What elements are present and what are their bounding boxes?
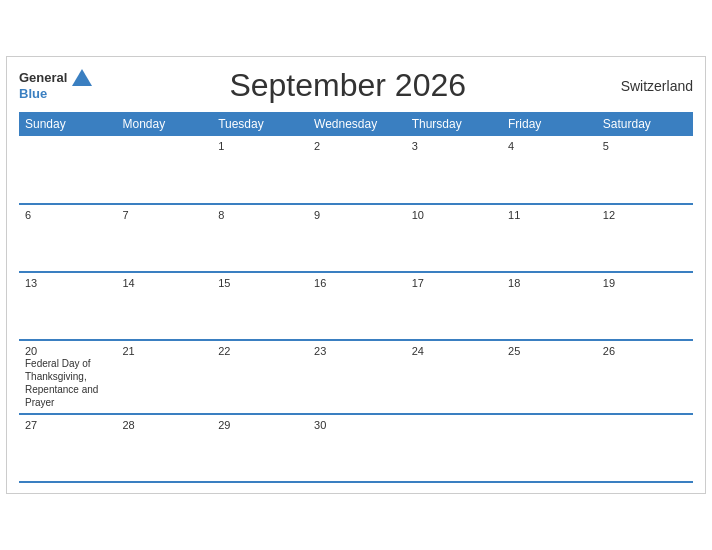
calendar-container: General Blue September 2026 Switzerland … bbox=[6, 56, 706, 494]
calendar-week-row: 13141516171819 bbox=[19, 272, 693, 340]
calendar-day-cell: 18 bbox=[502, 272, 597, 340]
calendar-day-cell: 17 bbox=[406, 272, 502, 340]
weekday-header-thursday: Thursday bbox=[406, 112, 502, 136]
country-label: Switzerland bbox=[603, 78, 693, 94]
day-number: 8 bbox=[218, 209, 302, 221]
weekday-header-monday: Monday bbox=[116, 112, 212, 136]
weekday-header-friday: Friday bbox=[502, 112, 597, 136]
calendar-week-row: 20Federal Day of Thanksgiving, Repentanc… bbox=[19, 340, 693, 414]
calendar-day-cell: 29 bbox=[212, 414, 308, 482]
day-number: 20 bbox=[25, 345, 110, 357]
day-number: 3 bbox=[412, 140, 496, 152]
calendar-day-cell bbox=[597, 414, 693, 482]
calendar-day-cell: 11 bbox=[502, 204, 597, 272]
day-number: 24 bbox=[412, 345, 496, 357]
calendar-week-row: 12345 bbox=[19, 136, 693, 204]
day-number: 28 bbox=[122, 419, 206, 431]
day-number: 12 bbox=[603, 209, 687, 221]
calendar-day-cell: 14 bbox=[116, 272, 212, 340]
day-number: 4 bbox=[508, 140, 591, 152]
day-number: 2 bbox=[314, 140, 400, 152]
calendar-header: General Blue September 2026 Switzerland bbox=[19, 67, 693, 104]
day-number: 17 bbox=[412, 277, 496, 289]
day-number: 5 bbox=[603, 140, 687, 152]
day-number: 1 bbox=[218, 140, 302, 152]
day-number: 21 bbox=[122, 345, 206, 357]
day-number: 14 bbox=[122, 277, 206, 289]
calendar-day-cell: 7 bbox=[116, 204, 212, 272]
day-number: 30 bbox=[314, 419, 400, 431]
logo-triangle-icon bbox=[72, 69, 92, 86]
calendar-day-cell: 16 bbox=[308, 272, 406, 340]
calendar-day-cell: 4 bbox=[502, 136, 597, 204]
weekday-header-tuesday: Tuesday bbox=[212, 112, 308, 136]
day-number: 23 bbox=[314, 345, 400, 357]
calendar-day-cell bbox=[116, 136, 212, 204]
logo-general-text: General bbox=[19, 71, 67, 85]
day-number: 26 bbox=[603, 345, 687, 357]
day-number: 25 bbox=[508, 345, 591, 357]
calendar-day-cell: 3 bbox=[406, 136, 502, 204]
calendar-day-cell: 10 bbox=[406, 204, 502, 272]
day-number: 10 bbox=[412, 209, 496, 221]
calendar-day-cell: 26 bbox=[597, 340, 693, 414]
calendar-day-cell bbox=[19, 136, 116, 204]
calendar-table: SundayMondayTuesdayWednesdayThursdayFrid… bbox=[19, 112, 693, 483]
calendar-week-row: 6789101112 bbox=[19, 204, 693, 272]
calendar-day-cell: 12 bbox=[597, 204, 693, 272]
calendar-day-cell: 20Federal Day of Thanksgiving, Repentanc… bbox=[19, 340, 116, 414]
weekday-header-saturday: Saturday bbox=[597, 112, 693, 136]
calendar-day-cell: 24 bbox=[406, 340, 502, 414]
calendar-day-cell: 8 bbox=[212, 204, 308, 272]
calendar-day-cell: 21 bbox=[116, 340, 212, 414]
calendar-week-row: 27282930 bbox=[19, 414, 693, 482]
day-number: 18 bbox=[508, 277, 591, 289]
day-number: 9 bbox=[314, 209, 400, 221]
calendar-day-cell: 30 bbox=[308, 414, 406, 482]
calendar-title: September 2026 bbox=[92, 67, 603, 104]
logo-blue-text: Blue bbox=[19, 87, 47, 101]
day-number: 11 bbox=[508, 209, 591, 221]
day-number: 16 bbox=[314, 277, 400, 289]
day-number: 6 bbox=[25, 209, 110, 221]
day-number: 13 bbox=[25, 277, 110, 289]
weekday-header-wednesday: Wednesday bbox=[308, 112, 406, 136]
calendar-day-cell: 2 bbox=[308, 136, 406, 204]
day-number: 15 bbox=[218, 277, 302, 289]
calendar-day-cell: 6 bbox=[19, 204, 116, 272]
calendar-day-cell: 28 bbox=[116, 414, 212, 482]
event-text: Federal Day of Thanksgiving, Repentance … bbox=[25, 358, 98, 408]
calendar-day-cell: 13 bbox=[19, 272, 116, 340]
day-number: 22 bbox=[218, 345, 302, 357]
calendar-day-cell: 25 bbox=[502, 340, 597, 414]
calendar-day-cell bbox=[502, 414, 597, 482]
day-number: 29 bbox=[218, 419, 302, 431]
day-number: 7 bbox=[122, 209, 206, 221]
day-number: 19 bbox=[603, 277, 687, 289]
calendar-day-cell: 22 bbox=[212, 340, 308, 414]
calendar-day-cell bbox=[406, 414, 502, 482]
weekday-header-row: SundayMondayTuesdayWednesdayThursdayFrid… bbox=[19, 112, 693, 136]
calendar-day-cell: 1 bbox=[212, 136, 308, 204]
calendar-day-cell: 27 bbox=[19, 414, 116, 482]
day-number: 27 bbox=[25, 419, 110, 431]
calendar-day-cell: 5 bbox=[597, 136, 693, 204]
calendar-day-cell: 15 bbox=[212, 272, 308, 340]
calendar-day-cell: 23 bbox=[308, 340, 406, 414]
calendar-day-cell: 19 bbox=[597, 272, 693, 340]
weekday-header-sunday: Sunday bbox=[19, 112, 116, 136]
calendar-day-cell: 9 bbox=[308, 204, 406, 272]
logo: General Blue bbox=[19, 69, 92, 101]
